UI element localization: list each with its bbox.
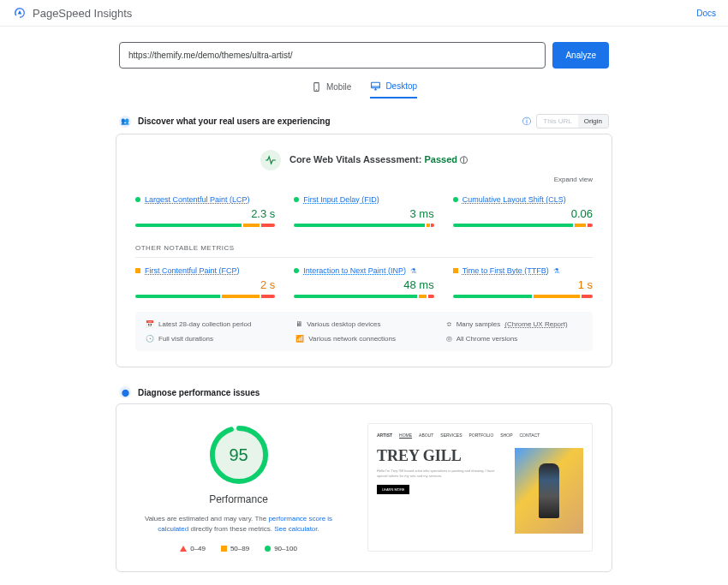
vitals-status: Passed: [424, 154, 457, 164]
performance-score: 95: [229, 445, 248, 465]
footer-versions: ◎All Chrome versions: [446, 335, 582, 343]
preview-nav-item: PORTFOLIO: [469, 433, 494, 438]
vitals-header: Core Web Vitals Assessment: Passed ⓘ: [135, 150, 593, 170]
tab-desktop[interactable]: Desktop: [370, 81, 417, 98]
preview-nav-item: CONTACT: [519, 433, 540, 438]
toggle-origin[interactable]: Origin: [578, 115, 608, 128]
metric: Time to First Byte (TTFB) ⚗ 1 s: [453, 266, 593, 298]
metric-label: Largest Contentful Paint (LCP): [135, 195, 275, 204]
toggle-this-url[interactable]: This URL: [537, 115, 577, 128]
preview-nav: ARTISTHOMEABOUTSERVICESPORTFOLIOSHOPCONT…: [377, 433, 583, 438]
discover-title-wrap: 👥 Discover what your real users are expe…: [119, 116, 331, 128]
discover-header: 👥 Discover what your real users are expe…: [116, 114, 612, 128]
search-row: Analyze: [116, 42, 612, 69]
metric: First Contentful Paint (FCP) 2 s: [135, 266, 275, 298]
url-origin-toggle: This URL Origin: [536, 114, 609, 128]
diagnose-title-wrap: ⬤ Diagnose performance issues: [119, 386, 260, 398]
metric-bar: [453, 224, 593, 227]
preview-body: TREY GILL Hello I'm Trey Gill based arti…: [377, 448, 583, 534]
chrome-ux-link[interactable]: (Chrome UX Report): [504, 320, 567, 328]
expand-view-link[interactable]: Expand view: [135, 176, 593, 183]
preview-hero-name: TREY GILL: [377, 448, 504, 463]
info-icon[interactable]: ⓘ: [522, 116, 531, 128]
preview-nav-item: SHOP: [500, 433, 512, 438]
preview-nav-item: ARTIST: [377, 433, 392, 438]
url-origin-toggle-group: ⓘ This URL Origin: [522, 114, 609, 128]
experimental-badge-icon: ⚗: [553, 267, 559, 275]
wifi-icon: 📶: [295, 335, 304, 343]
footer-durations: 🕓Full visit durations: [146, 335, 282, 343]
metric-label: First Contentful Paint (FCP): [135, 266, 275, 275]
preview-cta: LEARN MORE: [377, 485, 409, 494]
desktop-icon: [370, 81, 381, 92]
page-preview: ARTISTHOMEABOUTSERVICESPORTFOLIOSHOPCONT…: [367, 423, 593, 552]
pagespeed-logo-icon: [12, 5, 27, 21]
metric-label: Cumulative Layout Shift (CLS): [453, 195, 593, 204]
metric-bar: [135, 295, 275, 298]
vitals-title: Core Web Vitals Assessment: Passed ⓘ: [289, 154, 468, 166]
metric-name[interactable]: Largest Contentful Paint (LCP): [145, 195, 250, 204]
triangle-icon: [180, 546, 187, 552]
experimental-badge-icon: ⚗: [410, 267, 416, 275]
preview-nav-item: ABOUT: [419, 433, 433, 438]
metric: Interaction to Next Paint (INP) ⚗ 48 ms: [294, 266, 433, 298]
metric-name[interactable]: First Input Delay (FID): [303, 195, 379, 204]
metric-label: Interaction to Next Paint (INP) ⚗: [294, 266, 433, 275]
metric-label: Time to First Byte (TTFB) ⚗: [453, 266, 593, 275]
metric-label: First Input Delay (FID): [294, 195, 433, 204]
main-container: Analyze Mobile Desktop 👥 Discover what y…: [116, 27, 612, 585]
metric-value: 1 s: [453, 278, 593, 291]
analyze-button[interactable]: Analyze: [552, 42, 609, 69]
docs-link[interactable]: Docs: [696, 9, 716, 18]
metric-name[interactable]: Cumulative Layout Shift (CLS): [462, 195, 566, 204]
calendar-icon: 📅: [146, 320, 154, 328]
metric: Cumulative Layout Shift (CLS) 0.06: [453, 195, 593, 227]
footer-devices: 🖥Various desktop devices: [295, 320, 432, 328]
calculator-link[interactable]: See calculator.: [274, 525, 319, 533]
other-metrics-grid: First Contentful Paint (FCP) 2 s Interac…: [135, 266, 593, 298]
performance-label: Performance: [209, 493, 268, 505]
tab-desktop-label: Desktop: [385, 81, 417, 91]
svg-rect-2: [372, 82, 380, 88]
header-left: PageSpeed Insights: [12, 5, 132, 21]
vitals-pulse-icon: [260, 150, 281, 170]
metric-name[interactable]: Time to First Byte (TTFB): [462, 266, 549, 275]
core-metrics-grid: Largest Contentful Paint (LCP) 2.3 s Fir…: [135, 195, 593, 227]
circle-icon: [265, 546, 271, 552]
metric-value: 2.3 s: [135, 207, 275, 220]
legend-mid: 50–89: [221, 545, 249, 552]
diagnose-title: Diagnose performance issues: [138, 388, 260, 397]
legend-high: 90–100: [265, 545, 297, 552]
footer-samples: ≎Many samples (Chrome UX Report): [446, 320, 582, 328]
preview-image: [515, 448, 583, 534]
other-metrics-label: OTHER NOTABLE METRICS: [135, 241, 593, 258]
mobile-icon: [311, 81, 322, 93]
metric-bar: [453, 295, 593, 298]
metric-value: 0.06: [453, 207, 593, 220]
metric: First Input Delay (FID) 3 ms: [294, 195, 433, 227]
collection-footer: 📅Latest 28-day collection period 🖥Variou…: [135, 312, 593, 351]
metric-name[interactable]: First Contentful Paint (FCP): [145, 266, 240, 275]
score-legend: 0–49 50–89 90–100: [180, 545, 297, 552]
performance-description: Values are estimated and may vary. The p…: [145, 514, 333, 534]
square-icon: [221, 546, 227, 552]
chrome-icon: ◎: [446, 335, 452, 343]
footer-network: 📶Various network connections: [295, 335, 432, 343]
discover-title: Discover what your real users are experi…: [138, 116, 331, 126]
tab-mobile-label: Mobile: [326, 82, 351, 92]
preview-nav-item: HOME: [399, 433, 412, 438]
footer-period: 📅Latest 28-day collection period: [146, 320, 282, 328]
vitals-info-icon[interactable]: ⓘ: [460, 156, 468, 164]
device-tabs: Mobile Desktop: [116, 81, 612, 98]
clock-icon: 🕓: [146, 335, 154, 343]
metric-name[interactable]: Interaction to Next Paint (INP): [303, 266, 406, 275]
diagnose-header: ⬤ Diagnose performance issues: [116, 386, 612, 398]
tab-mobile[interactable]: Mobile: [311, 81, 351, 98]
legend-low: 0–49: [180, 545, 206, 552]
preview-text: TREY GILL Hello I'm Trey Gill based arti…: [377, 448, 504, 534]
preview-desc: Hello I'm Trey Gill based artist who spe…: [377, 469, 504, 478]
diagnose-icon: ⬤: [119, 386, 131, 398]
metric-value: 48 ms: [294, 278, 433, 291]
metric-value: 2 s: [135, 278, 275, 291]
url-input[interactable]: [119, 42, 546, 69]
